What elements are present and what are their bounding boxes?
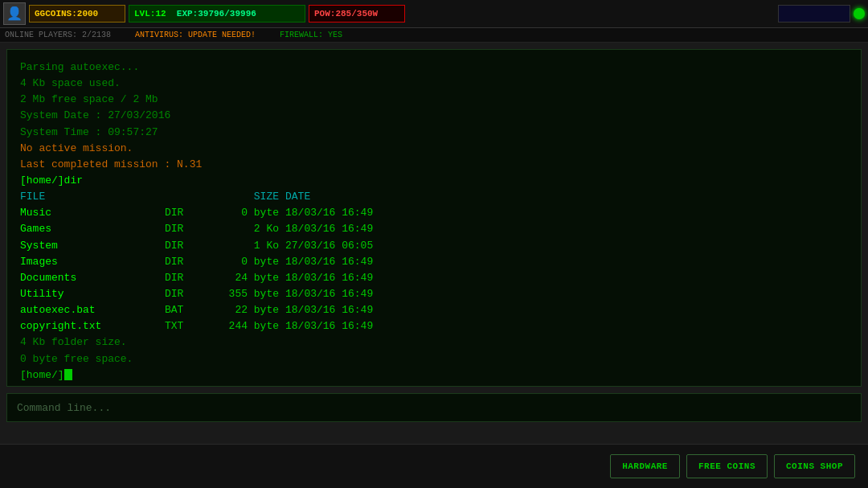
terminal-line: System Time : 09:57:27 [20,125,848,141]
col-header-size: SIZE [213,189,285,205]
file-size: 24 byte [213,270,285,286]
file-type: TXT [165,318,213,334]
file-name: copyright.txt [20,318,165,334]
file-date: 18/03/16 16:49 [285,221,414,237]
file-name: Games [20,221,165,237]
level-value: LVL:12 [134,9,166,18]
file-size: 355 byte [213,286,285,302]
file-date: 18/03/16 16:49 [285,205,414,221]
file-size: 2 Ko [213,221,285,237]
file-row: copyright.txtTXT244 byte18/03/16 16:49 [20,318,848,334]
file-type: DIR [165,254,213,270]
file-name: Utility [20,286,165,302]
col-header-type [165,189,213,205]
col-header-file: FILE [20,189,165,205]
file-size: 1 Ko [213,238,285,254]
file-date: 18/03/16 16:49 [285,270,414,286]
file-date: 18/03/16 16:49 [285,318,414,334]
file-name: System [20,238,165,254]
terminal-lines: Parsing autoexec...4 Kb space used.2 Mb … [20,59,848,383]
file-table-header: FILESIZEDATE [20,189,848,205]
file-table: FILESIZEDATEMusicDIR0 byte18/03/16 16:49… [20,189,848,334]
file-date: 27/03/16 06:05 [285,238,414,254]
file-row: ImagesDIR0 byte18/03/16 16:49 [20,254,848,270]
online-status-dot [854,8,865,19]
terminal-line: Last completed mission : N.31 [20,157,848,173]
top-bar: 👤 GGCOINS:2000 LVL:12 EXP:39796/39996 PO… [0,0,868,28]
hardware-button[interactable]: HARDWARE [610,454,680,478]
bottom-bar: HARDWARE FREE COINS COINS SHOP [0,444,868,488]
file-type: DIR [165,286,213,302]
terminal-line: 0 byte free space. [20,351,848,367]
file-type: DIR [165,270,213,286]
file-date: 18/03/16 16:49 [285,286,414,302]
terminal-line: No active mission. [20,141,848,157]
level-bar: LVL:12 EXP:39796/39996 [129,5,305,23]
file-name: Documents [20,270,165,286]
file-name: Images [20,254,165,270]
terminal-line: [home/]dir [20,173,848,189]
file-date: 18/03/16 16:49 [285,302,414,318]
file-name: Music [20,205,165,221]
terminal-cursor [64,369,72,380]
file-type: DIR [165,221,213,237]
pow-value: POW:285/350W [314,9,378,18]
file-type: DIR [165,205,213,221]
file-row: UtilityDIR355 byte18/03/16 16:49 [20,286,848,302]
firewall-status: FIREWALL: YES [280,31,342,39]
file-row: DocumentsDIR24 byte18/03/16 16:49 [20,270,848,286]
col-header-date: DATE [285,189,414,205]
file-size: 0 byte [213,205,285,221]
file-name: autoexec.bat [20,302,165,318]
coins-bar: GGCOINS:2000 [29,5,125,23]
exp-value: EXP:39796/39996 [177,9,256,18]
avatar: 👤 [3,2,26,25]
terminal-line: [home/] [20,367,848,383]
file-row: SystemDIR1 Ko27/03/16 06:05 [20,238,848,254]
terminal-area: Parsing autoexec...4 Kb space used.2 Mb … [6,49,862,387]
online-players-label: ONLINE PLAYERS: 2/2138 [5,31,111,39]
terminal-line: 4 Kb space used. [20,76,848,92]
file-type: DIR [165,238,213,254]
coins-shop-button[interactable]: COINS SHOP [774,454,855,478]
file-row: MusicDIR0 byte18/03/16 16:49 [20,205,848,221]
terminal-line: 2 Mb free space / 2 Mb [20,92,848,108]
file-date: 18/03/16 16:49 [285,254,414,270]
file-size: 0 byte [213,254,285,270]
command-input[interactable] [17,402,851,414]
file-row: GamesDIR2 Ko18/03/16 16:49 [20,221,848,237]
mystery-bar [778,5,850,23]
file-size: 244 byte [213,318,285,334]
file-type: BAT [165,302,213,318]
free-coins-button[interactable]: FREE COINS [686,454,768,478]
terminal-line: Parsing autoexec... [20,59,848,76]
file-size: 22 byte [213,302,285,318]
power-bar: POW:285/350W [309,5,405,23]
sub-bar: ONLINE PLAYERS: 2/2138 ANTIVIRUS: UPDATE… [0,28,868,43]
command-line-area[interactable] [6,393,862,422]
file-row: autoexec.batBAT22 byte18/03/16 16:49 [20,302,848,318]
terminal-line: 4 Kb folder size. [20,334,848,351]
coins-value: GGCOINS:2000 [35,9,98,18]
terminal-line: System Date : 27/03/2016 [20,108,848,124]
antivirus-status: ANTIVIRUS: UPDATE NEEDED! [135,31,256,39]
